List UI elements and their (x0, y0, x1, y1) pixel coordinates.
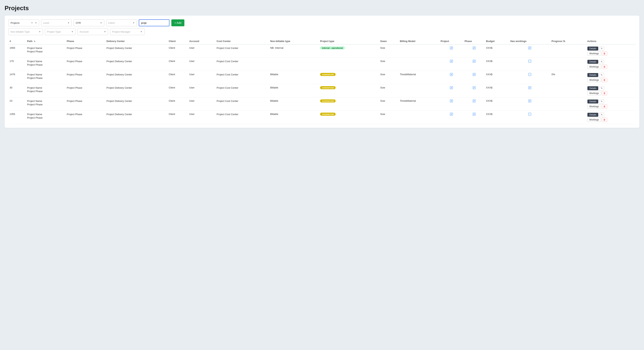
details-button[interactable]: Details (587, 99, 598, 104)
table-row: 1355 Project NameProject Phase Project P… (8, 111, 636, 124)
cell-client: Client (168, 44, 188, 58)
search-input[interactable] (139, 19, 170, 26)
details-button[interactable]: Details (587, 113, 598, 117)
details-button[interactable]: Details (587, 73, 598, 77)
cell-project-cb (440, 44, 464, 58)
worklogs-button[interactable]: Worklogs (587, 65, 601, 69)
col-progress: Progress % (550, 38, 586, 44)
delete-button[interactable]: 🗑 (602, 51, 607, 56)
edit-button[interactable]: ✎ (599, 113, 604, 117)
phase-checkbox[interactable] (473, 60, 476, 63)
project-type-badge: commercial (320, 113, 336, 116)
table-header-row: # Path ⇅ Phase Delivery Center Client Ac… (8, 38, 636, 44)
cell-path: Project NameProject Phase (26, 44, 66, 58)
cell-account: User (188, 111, 216, 124)
cell-project-cb (440, 84, 464, 97)
phase-checkbox[interactable] (473, 86, 476, 89)
worklogs-button[interactable]: Worklogs (587, 118, 601, 122)
project-checkbox[interactable] (450, 73, 453, 76)
edit-button[interactable]: ✎ (599, 73, 604, 77)
col-path[interactable]: Path ⇅ (26, 38, 66, 44)
details-button[interactable]: Details (587, 60, 598, 64)
filter-projects-chevron: ▼ (35, 22, 37, 24)
filter-nonbillable-type[interactable]: Non-billable Type ▼ (8, 28, 43, 35)
filter-cfr[interactable]: CFR ▼ (74, 19, 104, 26)
delete-button[interactable]: 🗑 (602, 65, 607, 69)
has-worklogs-checkbox[interactable] (528, 86, 531, 89)
filter-row-2: Non-billable Type ▼ Project Type ▼ Accou… (8, 28, 636, 35)
cell-cost-center: Project Cost Center (216, 71, 269, 84)
project-checkbox[interactable] (450, 46, 453, 50)
delete-button[interactable]: 🗑 (602, 104, 607, 109)
cell-progress (550, 44, 586, 58)
phase-checkbox[interactable] (473, 99, 476, 102)
col-cost-center: Cost Center (216, 38, 269, 44)
cell-sows: Sow (379, 58, 399, 71)
phase-checkbox[interactable] (473, 46, 476, 50)
has-worklogs-checkbox[interactable] (528, 46, 531, 50)
cell-billing-model (399, 111, 439, 124)
edit-button[interactable]: ✎ (599, 86, 604, 90)
filter-projects-clear[interactable]: ✕ (31, 22, 33, 24)
delete-button[interactable]: 🗑 (602, 91, 607, 95)
project-checkbox[interactable] (450, 86, 453, 89)
filter-projects[interactable]: Projects ✕ ▼ (8, 19, 39, 26)
cell-account: User (188, 84, 216, 97)
cell-project-type: commercial (319, 111, 379, 124)
delete-button[interactable]: 🗑 (602, 78, 607, 82)
edit-button[interactable]: ✎ (599, 99, 604, 104)
cell-nonbillable-type: Billable (269, 84, 319, 97)
cell-has-worklogs (509, 44, 550, 58)
cell-cost-center: Project Cost Center (216, 44, 269, 58)
filter-client[interactable]: Client ▼ (106, 19, 137, 26)
filter-manager-chevron: ▼ (140, 31, 142, 33)
filter-level[interactable]: Level ▼ (41, 19, 72, 26)
filter-project-type[interactable]: Project Type ▼ (45, 28, 76, 35)
worklogs-button[interactable]: Worklogs (587, 51, 601, 56)
cell-budget: XXX$ (485, 71, 509, 84)
cell-account: User (188, 97, 216, 111)
cell-project-cb (440, 111, 464, 124)
details-button[interactable]: Details (587, 86, 598, 90)
phase-checkbox[interactable] (473, 73, 476, 76)
project-checkbox[interactable] (450, 99, 453, 102)
cell-budget: XXX$ (485, 97, 509, 111)
worklogs-button[interactable]: Worklogs (587, 78, 601, 82)
cell-actions: Details ✎ Worklogs 🗑 (586, 84, 636, 97)
worklogs-button[interactable]: Worklogs (587, 104, 601, 109)
edit-button[interactable]: ✎ (599, 46, 604, 51)
phase-checkbox[interactable] (473, 113, 476, 116)
delete-button[interactable]: 🗑 (602, 118, 607, 122)
project-checkbox[interactable] (450, 113, 453, 116)
cell-has-worklogs (509, 84, 550, 97)
cell-delivery-center: Project Delivery Center (106, 71, 168, 84)
filter-projects-value: Projects (10, 22, 31, 24)
col-sows: Sows (379, 38, 399, 44)
cell-path: Project NameProject Phase (26, 84, 66, 97)
has-worklogs-checkbox[interactable] (528, 73, 531, 76)
has-worklogs-checkbox[interactable] (528, 60, 531, 63)
worklogs-button[interactable]: Worklogs (587, 91, 601, 95)
col-billing-model: Billing Model (399, 38, 439, 44)
cell-nonbillable-type: NB: Internal (269, 44, 319, 58)
cell-has-worklogs (509, 58, 550, 71)
project-checkbox[interactable] (450, 60, 453, 63)
cell-actions: Details ✎ Worklogs 🗑 (586, 97, 636, 111)
table-row: 1476 Project NameProject Phase Project P… (8, 71, 636, 84)
cell-client: Client (168, 71, 188, 84)
cell-progress (550, 111, 586, 124)
table-row: 170 Project NameProject Phase Project Ph… (8, 58, 636, 71)
filter-account[interactable]: Account ▼ (78, 28, 108, 35)
filter-project-manager[interactable]: Project Manager ▼ (110, 28, 144, 35)
cell-progress: 0% (550, 71, 586, 84)
edit-button[interactable]: ✎ (599, 60, 604, 64)
cell-id: 23 (8, 97, 26, 111)
filter-cfr-chevron: ▼ (100, 22, 102, 24)
add-button[interactable]: + Add (171, 19, 184, 26)
has-worklogs-checkbox[interactable] (528, 99, 531, 102)
details-button[interactable]: Details (587, 46, 598, 51)
has-worklogs-checkbox[interactable] (528, 113, 531, 116)
project-type-badge: internal - operational (320, 46, 345, 50)
project-type-badge: commercial (320, 73, 336, 76)
cell-path: Project NameProject Phase (26, 58, 66, 71)
